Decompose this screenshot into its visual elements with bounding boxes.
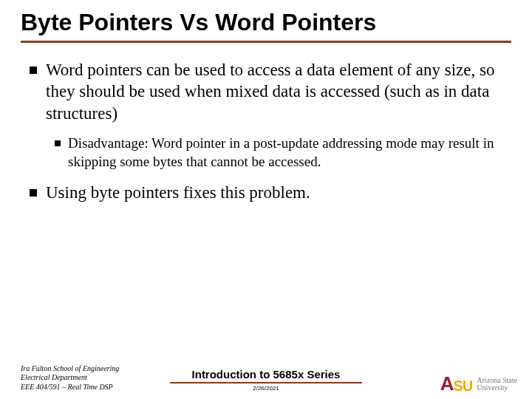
bullet-2-text: Disadvantage: Word pointer in a post-upd…: [68, 134, 511, 171]
slide: Byte Pointers Vs Word Pointers Word poin…: [0, 0, 532, 399]
bullet-3-text: Using byte pointers fixes this problem.: [46, 182, 310, 203]
footer-course-title: Introduction to 5685x Series: [170, 368, 362, 381]
bullet-2: Disadvantage: Word pointer in a post-upd…: [55, 134, 511, 171]
bullet-1-text: Word pointers can be used to access a da…: [46, 59, 511, 124]
footer-department: Electrical Department: [21, 373, 119, 383]
footer: Ira Fulton School of Engineering Electri…: [0, 353, 532, 399]
square-bullet-icon: [55, 140, 61, 146]
asu-university-text: Arizona State University: [477, 377, 517, 392]
bullet-1: Word pointers can be used to access a da…: [30, 59, 511, 124]
title-underline: [21, 41, 511, 43]
content-area: Word pointers can be used to access a da…: [21, 59, 511, 203]
footer-school: Ira Fulton School of Engineering: [21, 364, 119, 374]
footer-center: Introduction to 5685x Series 2/26/2021: [170, 368, 362, 392]
asu-logo-a: A: [440, 376, 453, 392]
bullet-3: Using byte pointers fixes this problem.: [30, 182, 511, 203]
footer-left: Ira Fulton School of Engineering Electri…: [21, 364, 119, 392]
footer-date: 2/26/2021: [170, 385, 362, 392]
uni-line-2: University: [477, 384, 517, 392]
square-bullet-icon: [30, 189, 37, 197]
footer-rule: [170, 382, 362, 383]
slide-title: Byte Pointers Vs Word Pointers: [21, 9, 511, 39]
square-bullet-icon: [30, 66, 37, 74]
footer-right: A SU Arizona State University: [440, 376, 517, 392]
footer-course-code: EEE 404/591 – Real Time DSP: [21, 383, 119, 392]
asu-logo-icon: A SU: [440, 376, 473, 392]
asu-logo-su: SU: [454, 380, 473, 392]
